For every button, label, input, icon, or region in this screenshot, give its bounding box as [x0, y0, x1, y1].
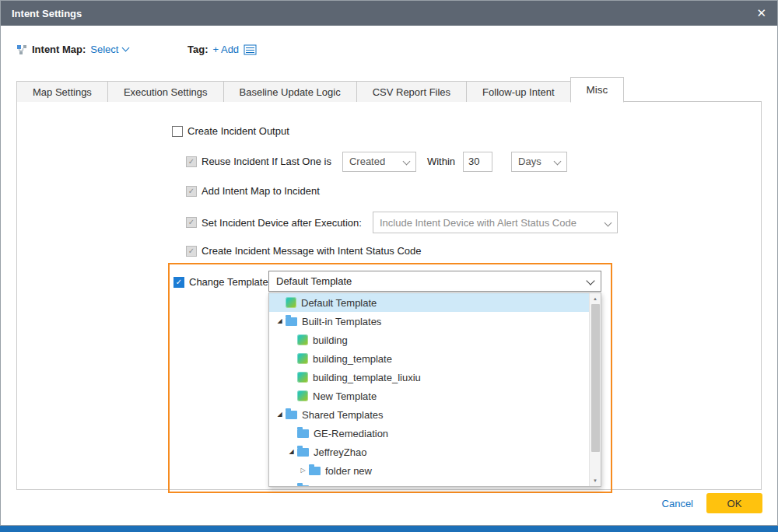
tree-item-jeffreyzhao[interactable]: ◢JeffreyZhao [269, 443, 589, 461]
add-intent-map-row: ✓ Add Intent Map to Incident [186, 185, 320, 197]
template-icon [297, 372, 308, 383]
intent-settings-dialog: Intent Settings ✕ Intent Map: Select Tag… [0, 0, 778, 526]
tree-item-folder-new[interactable]: ▷folder new [269, 461, 589, 480]
tag-add-button[interactable]: + Add [212, 44, 239, 55]
set-incident-device-label: Set Incident Device after Execution: [202, 217, 362, 229]
tab-map-settings[interactable]: Map Settings [16, 81, 108, 102]
tree-collapsed-icon[interactable]: ▷ [297, 461, 309, 480]
dropdown-scrollbar[interactable]: ▲ ▼ [589, 293, 601, 486]
tree-item-new-template[interactable]: New Template [269, 387, 589, 405]
chevron-down-icon [402, 157, 410, 165]
template-dropdown-list: Default Template◢Built-in Templatesbuild… [268, 292, 601, 487]
tree-item-partial[interactable] [269, 480, 589, 487]
tab-csv-report-files[interactable]: CSV Report Files [356, 81, 467, 102]
template-tree: Default Template◢Built-in Templatesbuild… [269, 293, 601, 487]
tree-item-label: building_template_liuxiu [313, 372, 421, 383]
folder-icon [286, 411, 297, 419]
create-incident-message-label: Create Incident Message with Intent Stat… [202, 245, 422, 257]
template-icon [297, 334, 308, 345]
create-incident-output-checkbox[interactable] [172, 126, 183, 137]
create-incident-message-row: ✓ Create Incident Message with Intent St… [186, 245, 422, 257]
incident-device-value: Include Intent Device with Alert Status … [380, 217, 576, 229]
intent-map-selector: Intent Map: Select [16, 44, 128, 55]
template-combobox[interactable]: Default Template [268, 271, 601, 292]
reuse-incident-row: ✓ Reuse Incident If Last One is Created … [186, 151, 567, 172]
create-incident-output-row: Create Incident Output [172, 125, 289, 137]
set-incident-device-checkbox[interactable]: ✓ [186, 217, 197, 228]
reuse-incident-label: Reuse Incident If Last One is [202, 156, 331, 167]
tree-expanded-icon[interactable]: ◢ [286, 443, 297, 461]
chevron-down-icon [554, 157, 562, 165]
dialog-titlebar: Intent Settings ✕ [1, 1, 777, 26]
chevron-down-icon [605, 219, 612, 227]
scroll-down-icon[interactable]: ▼ [590, 475, 601, 486]
intent-map-value[interactable]: Select [90, 44, 118, 55]
set-incident-device-row: ✓ Set Incident Device after Execution: I… [186, 212, 618, 233]
tree-item-built-in-templates[interactable]: ◢Built-in Templates [269, 312, 589, 331]
tag-row: Tag: + Add [187, 44, 257, 55]
add-intent-map-label: Add Intent Map to Incident [202, 185, 320, 197]
close-icon[interactable]: ✕ [756, 6, 766, 20]
ok-button[interactable]: OK [706, 493, 762, 513]
incident-status-select[interactable]: Created [342, 152, 416, 172]
tree-expanded-icon[interactable]: ◢ [274, 405, 286, 424]
tab-follow-up-intent[interactable]: Follow-up Intent [466, 81, 571, 102]
scrollbar-thumb[interactable] [591, 304, 600, 452]
scroll-up-icon[interactable]: ▲ [590, 293, 601, 304]
template-icon [286, 297, 296, 308]
tree-item-label: New Template [313, 390, 377, 402]
change-template-checkbox[interactable]: ✓ [173, 277, 184, 288]
tree-item-label: building [313, 334, 348, 346]
tree-item-label: GE-Remediation [314, 428, 388, 439]
incident-status-value: Created [349, 156, 385, 167]
tree-item-label: Default Template [301, 297, 377, 309]
within-value-input[interactable] [463, 152, 492, 172]
tag-add-icon[interactable] [244, 44, 257, 55]
tree-item-label: folder new [325, 465, 372, 477]
intent-map-icon [16, 44, 27, 55]
folder-icon [286, 317, 297, 326]
tree-item-building-template[interactable]: building_template [269, 349, 589, 368]
template-combobox-value: Default Template [276, 275, 352, 287]
template-icon [297, 390, 308, 401]
chevron-down-icon[interactable] [122, 44, 130, 52]
template-icon [297, 353, 308, 364]
tree-item-default-template[interactable]: Default Template [269, 293, 589, 312]
cancel-button[interactable]: Cancel [662, 498, 693, 509]
create-incident-message-checkbox[interactable]: ✓ [186, 246, 197, 257]
tree-expanded-icon[interactable]: ◢ [274, 312, 286, 331]
chevron-down-icon [586, 276, 594, 285]
dialog-title: Intent Settings [12, 8, 82, 19]
create-incident-output-label: Create Incident Output [187, 125, 289, 137]
folder-icon [297, 429, 309, 438]
tree-item-label: Built-in Templates [302, 316, 381, 327]
tree-item-label: Shared Templates [302, 409, 384, 421]
days-unit-select[interactable]: Days [511, 152, 567, 172]
tree-item-building-template-liuxiu[interactable]: building_template_liuxiu [269, 368, 589, 387]
tree-item-shared-templates[interactable]: ◢Shared Templates [269, 405, 589, 424]
incident-device-select[interactable]: Include Intent Device with Alert Status … [373, 212, 618, 233]
tree-item-label: JeffreyZhao [314, 446, 366, 458]
tab-execution-settings[interactable]: Execution Settings [107, 81, 224, 102]
within-label: Within [427, 156, 455, 167]
change-template-row: ✓ Change Template: [173, 276, 271, 288]
tab-misc[interactable]: Misc [570, 77, 625, 103]
tag-label: Tag: [187, 44, 208, 55]
tab-baseline-update-logic[interactable]: Baseline Update Logic [223, 81, 357, 102]
tree-item-label: building_template [313, 353, 392, 365]
folder-icon [309, 467, 321, 475]
intent-map-label: Intent Map: [32, 44, 86, 55]
folder-icon [297, 485, 309, 487]
tree-item-ge-remediation[interactable]: GE-Remediation [269, 424, 589, 443]
tab-bar: Map SettingsExecution SettingsBaseline U… [16, 76, 762, 102]
tree-item-building[interactable]: building [269, 331, 589, 349]
folder-icon [297, 448, 309, 457]
reuse-incident-checkbox[interactable]: ✓ [186, 156, 197, 167]
days-unit-value: Days [518, 156, 541, 167]
change-template-label: Change Template: [189, 276, 271, 288]
add-intent-map-checkbox[interactable]: ✓ [186, 186, 197, 197]
